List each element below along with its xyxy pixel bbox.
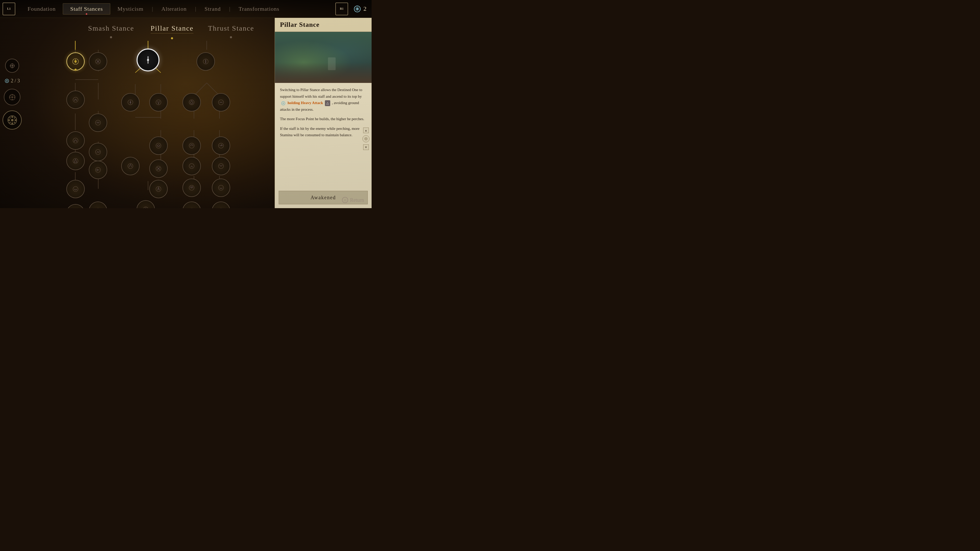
svg-point-64 <box>73 97 78 102</box>
smash-node-2-1[interactable] <box>89 52 107 71</box>
nav-item-strand[interactable]: Strand <box>197 3 228 14</box>
svg-point-11 <box>11 96 13 98</box>
pillar-node-5-left[interactable] <box>121 157 140 175</box>
left-counter-text: 2 / 3 <box>11 78 20 84</box>
r1-button[interactable]: R1 <box>335 3 348 15</box>
return-button[interactable]: ◎ Return <box>342 197 364 203</box>
currency-icon <box>353 5 361 13</box>
thrust-node-5-right[interactable] <box>212 179 230 197</box>
smash-node-2-2[interactable] <box>89 114 107 132</box>
left-icons: 2 / 3 <box>3 59 22 130</box>
smash-node-1-6[interactable] <box>66 204 85 208</box>
left-icon-3 <box>3 110 22 130</box>
currency-display: 2 <box>348 5 372 13</box>
nav-separator-2: | <box>194 6 197 12</box>
pillar-node-bottom[interactable] <box>137 200 155 208</box>
thrust-node-4-right[interactable] <box>212 157 230 175</box>
svg-point-5 <box>14 65 14 66</box>
nav-item-transformations[interactable]: Transformations <box>231 3 286 14</box>
skill-tree-area: 2 / 3 <box>0 18 275 208</box>
pillar-node-main[interactable] <box>137 48 159 71</box>
scroll-down-button[interactable]: ▼ <box>363 144 369 150</box>
svg-point-67 <box>73 186 78 192</box>
smash-node-2-5[interactable] <box>89 202 107 208</box>
nav-item-staff-stances[interactable]: Staff Stances <box>63 3 110 14</box>
nav-item-mysticism[interactable]: Mysticism <box>110 3 151 14</box>
svg-point-26 <box>9 122 11 123</box>
svg-point-21 <box>14 119 16 121</box>
smash-node-2-4[interactable] <box>89 161 107 179</box>
svg-point-63 <box>75 61 76 62</box>
left-icon-1 <box>5 59 19 73</box>
thrust-node-top[interactable] <box>197 52 215 71</box>
panel-image <box>275 32 372 83</box>
currency-count: 2 <box>363 5 366 12</box>
svg-point-84 <box>156 143 161 148</box>
svg-point-107 <box>283 103 284 104</box>
svg-point-12 <box>9 97 11 98</box>
return-circle-icon: ◎ <box>342 197 348 203</box>
thrust-stance-title: Thrust Stance <box>208 24 254 32</box>
svg-point-96 <box>189 143 194 148</box>
counter-icon <box>4 78 10 83</box>
triangle-button-icon: △ <box>325 100 330 106</box>
thrust-node-2-left[interactable] <box>183 93 201 111</box>
panel-description: Switching to Pillar Stance allows the De… <box>275 83 372 191</box>
svg-point-9 <box>6 80 8 81</box>
svg-point-79 <box>147 59 149 61</box>
svg-point-65 <box>73 138 78 143</box>
scroll-icon <box>364 137 368 141</box>
scroll-up-button[interactable]: ▲ <box>363 127 369 133</box>
pillar-node-2-right[interactable] <box>149 93 168 111</box>
nav-item-alteration[interactable]: Alteration <box>154 3 194 14</box>
smash-node-1-4[interactable] <box>66 152 85 170</box>
svg-point-25 <box>14 117 15 118</box>
return-label: Return <box>350 197 364 203</box>
pillar-node-5b[interactable] <box>149 180 168 198</box>
thrust-stance-header: Thrust Stance <box>208 24 254 38</box>
svg-point-16 <box>10 95 11 96</box>
smash-dot <box>110 36 112 38</box>
l1-button[interactable]: L1 <box>3 3 15 15</box>
thrust-node-3-left[interactable] <box>183 137 201 155</box>
thrust-node-6-left[interactable] <box>183 202 201 208</box>
scroll-thumb <box>363 135 369 142</box>
smash-node-2-3[interactable] <box>89 143 107 161</box>
smash-node-1-2[interactable] <box>66 91 85 109</box>
left-icon-2 <box>4 89 21 105</box>
nav-separator-3: | <box>228 6 231 12</box>
svg-point-17 <box>13 95 14 96</box>
svg-point-27 <box>14 122 15 123</box>
pillar-stance-header: Pillar Stance <box>151 24 193 39</box>
left-counter: 2 / 3 <box>4 78 20 84</box>
pillar-dot <box>171 37 173 39</box>
svg-point-4 <box>10 65 11 66</box>
smash-node-1-5[interactable] <box>66 180 85 198</box>
svg-point-7 <box>12 67 13 68</box>
svg-point-22 <box>11 116 13 118</box>
svg-point-15 <box>11 99 13 100</box>
svg-point-19 <box>11 119 14 121</box>
pillar-node-4[interactable] <box>149 159 168 178</box>
thrust-node-4-left[interactable] <box>183 157 201 175</box>
smash-node-1-3[interactable] <box>66 131 85 150</box>
thrust-node-3-right[interactable] <box>212 137 230 155</box>
svg-point-73 <box>95 149 100 155</box>
navigation-bar: L1 Foundation Staff Stances Mysticism | … <box>0 0 372 18</box>
thrust-node-6-right[interactable] <box>212 202 230 208</box>
thrust-node-2-right[interactable] <box>212 93 230 111</box>
pillar-node-2-left[interactable] <box>121 93 140 111</box>
svg-point-20 <box>8 119 10 121</box>
pillar-node-3-right[interactable] <box>149 137 168 155</box>
scene-ground <box>275 62 372 83</box>
desc-para-2: The more Focus Point he builds, the high… <box>280 116 366 122</box>
smash-node-1-1[interactable] <box>66 52 85 71</box>
svg-point-82 <box>130 102 131 103</box>
stance-icon-inline <box>281 101 286 106</box>
nav-item-foundation[interactable]: Foundation <box>21 3 63 14</box>
smash-stance-header: Smash Stance <box>88 24 134 38</box>
scrollbar-container: ▲ ▼ <box>363 127 369 150</box>
thrust-node-5-left[interactable] <box>183 179 201 197</box>
svg-point-1 <box>356 8 358 10</box>
smash-node-1-1-dot <box>75 68 76 71</box>
